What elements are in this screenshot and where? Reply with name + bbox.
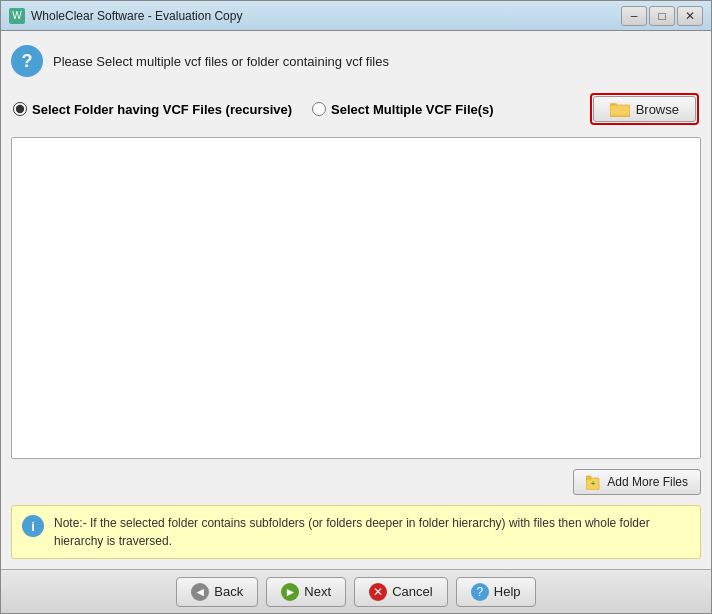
file-list-area[interactable] xyxy=(11,137,701,459)
cancel-icon: ✕ xyxy=(369,583,387,601)
help-label: Help xyxy=(494,584,521,599)
back-label: Back xyxy=(214,584,243,599)
note-info-icon: i xyxy=(22,515,44,537)
header-text: Please Select multiple vcf files or fold… xyxy=(53,54,389,69)
title-bar-buttons: – □ ✕ xyxy=(621,6,703,26)
help-icon: ? xyxy=(471,583,489,601)
cancel-label: Cancel xyxy=(392,584,432,599)
help-button[interactable]: ? Help xyxy=(456,577,536,607)
note-box: i Note:- If the selected folder contains… xyxy=(11,505,701,559)
back-button[interactable]: ◄ Back xyxy=(176,577,258,607)
content-area: ? Please Select multiple vcf files or fo… xyxy=(1,31,711,569)
note-text: Note:- If the selected folder contains s… xyxy=(54,514,690,550)
maximize-button[interactable]: □ xyxy=(649,6,675,26)
browse-label: Browse xyxy=(636,102,679,117)
options-row: Select Folder having VCF Files (recursiv… xyxy=(11,89,701,129)
folder-icon xyxy=(610,101,630,117)
next-button[interactable]: ► Next xyxy=(266,577,346,607)
radio-files-text: Select Multiple VCF File(s) xyxy=(331,102,494,117)
title-bar: W WholeClear Software - Evaluation Copy … xyxy=(1,1,711,31)
window-title: WholeClear Software - Evaluation Copy xyxy=(31,9,621,23)
radio-files[interactable] xyxy=(312,102,326,116)
main-window: W WholeClear Software - Evaluation Copy … xyxy=(0,0,712,614)
app-icon: W xyxy=(9,8,25,24)
next-label: Next xyxy=(304,584,331,599)
radio-files-label[interactable]: Select Multiple VCF File(s) xyxy=(312,102,494,117)
radio-folder-label[interactable]: Select Folder having VCF Files (recursiv… xyxy=(13,102,292,117)
header-row: ? Please Select multiple vcf files or fo… xyxy=(11,41,701,81)
cancel-button[interactable]: ✕ Cancel xyxy=(354,577,447,607)
add-more-row: + Add More Files xyxy=(11,467,701,497)
svg-text:+: + xyxy=(591,479,596,488)
browse-btn-wrapper: Browse xyxy=(590,93,699,125)
add-more-label: Add More Files xyxy=(607,475,688,489)
footer: ◄ Back ► Next ✕ Cancel ? Help xyxy=(1,569,711,613)
add-files-icon: + xyxy=(586,474,602,490)
next-icon: ► xyxy=(281,583,299,601)
radio-group: Select Folder having VCF Files (recursiv… xyxy=(13,102,590,117)
radio-folder[interactable] xyxy=(13,102,27,116)
svg-rect-3 xyxy=(610,105,630,116)
radio-folder-text: Select Folder having VCF Files (recursiv… xyxy=(32,102,292,117)
back-icon: ◄ xyxy=(191,583,209,601)
header-info-icon: ? xyxy=(11,45,43,77)
browse-button[interactable]: Browse xyxy=(593,96,696,122)
minimize-button[interactable]: – xyxy=(621,6,647,26)
add-more-files-button[interactable]: + Add More Files xyxy=(573,469,701,495)
close-button[interactable]: ✕ xyxy=(677,6,703,26)
